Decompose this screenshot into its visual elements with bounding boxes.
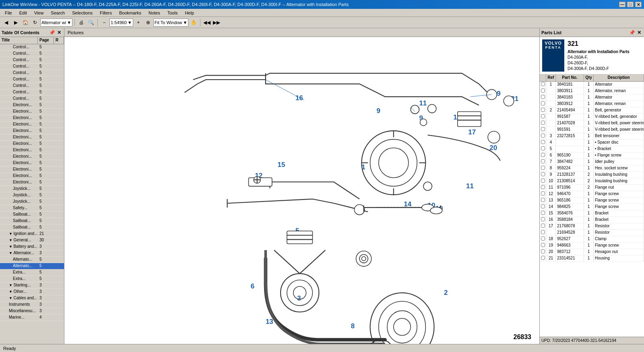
toc-row[interactable]: Electroni...5 xyxy=(0,141,64,147)
parts-row[interactable]: 38039121Alternator, reman xyxy=(540,101,644,107)
toc-row[interactable]: ▼ Starting...3 xyxy=(0,282,64,289)
parts-row[interactable]: 209837121Hexagon nut xyxy=(540,249,644,255)
parts-check[interactable] xyxy=(540,198,546,204)
toc-row[interactable]: Joystick...5 xyxy=(0,192,64,199)
toc-close-button[interactable]: ✕ xyxy=(56,29,62,36)
toc-row[interactable]: Control...5 xyxy=(0,44,64,51)
toc-row[interactable]: Joystick...5 xyxy=(0,199,64,205)
toc-row[interactable]: Electroni...5 xyxy=(0,109,64,115)
zoom-out-button[interactable]: − xyxy=(100,18,109,27)
toc-row[interactable]: Safety...5 xyxy=(0,205,64,212)
minimize-button[interactable]: — xyxy=(619,2,625,7)
toc-row[interactable]: Electroni...5 xyxy=(0,167,64,173)
toc-row[interactable]: Alternato...5 xyxy=(0,263,64,270)
parts-check[interactable] xyxy=(540,230,546,236)
toc-row[interactable]: Electroni...5 xyxy=(0,160,64,167)
toc-row[interactable]: Control...5 xyxy=(0,89,64,96)
parts-check[interactable] xyxy=(540,178,546,184)
toc-row[interactable]: Electroni...5 xyxy=(0,102,64,109)
parts-check[interactable] xyxy=(540,152,546,159)
toc-row[interactable]: Extra...5 xyxy=(0,270,64,276)
toc-row[interactable]: Miscellaneou...3 xyxy=(0,308,64,315)
parts-row[interactable]: 9915871V-ribbed belt, generator xyxy=(540,114,644,120)
zoom-icon[interactable]: ⊕ xyxy=(144,18,153,27)
parts-check[interactable] xyxy=(540,140,546,146)
parts-row[interactable]: 1535840761Bracket xyxy=(540,210,644,217)
close-button[interactable]: ✕ xyxy=(635,2,642,7)
toc-row[interactable]: ▼ General...30 xyxy=(0,237,64,244)
view-dropdown[interactable]: Alternator wi ▼ xyxy=(40,19,72,27)
parts-row[interactable]: 38039111Alternator, reman xyxy=(540,88,644,95)
zoom-in-button[interactable]: + xyxy=(134,18,143,27)
menu-item-notes[interactable]: Notes xyxy=(145,10,163,16)
parts-check[interactable] xyxy=(540,88,546,94)
parts-row[interactable]: 199486631Flange screw xyxy=(540,243,644,249)
search-button[interactable]: 🔍 xyxy=(87,18,95,27)
menu-item-tools[interactable]: Tools xyxy=(164,10,181,16)
toc-row[interactable]: Control...5 xyxy=(0,57,64,64)
toc-row[interactable]: Control...5 xyxy=(0,64,64,70)
home-button[interactable]: 🏠 xyxy=(21,18,30,27)
prev-page-button[interactable]: ◀◀ xyxy=(202,18,211,27)
menu-item-view[interactable]: View xyxy=(31,10,47,16)
menu-item-filters[interactable]: Filters xyxy=(97,10,115,16)
toc-row[interactable]: Joystick...5 xyxy=(0,186,64,192)
parts-check[interactable] xyxy=(540,146,546,152)
toc-row[interactable]: ▼ Ignition and...21 xyxy=(0,231,64,237)
parts-check[interactable] xyxy=(540,191,546,197)
toc-row[interactable]: Alternato...5 xyxy=(0,257,64,263)
toc-pin-button[interactable]: 📌 xyxy=(49,29,55,36)
toc-row[interactable]: ▼ Alternator...3 xyxy=(0,250,64,257)
toc-row[interactable]: Instruments3 xyxy=(0,302,64,308)
parts-row[interactable]: 9915911V-ribbed belt, power steering pum… xyxy=(540,127,644,133)
parts-check[interactable] xyxy=(540,107,546,113)
parts-row[interactable]: 138401811Alternator xyxy=(540,82,644,88)
parts-close-button[interactable]: ✕ xyxy=(636,29,642,36)
parts-check[interactable] xyxy=(540,223,546,229)
menu-item-help[interactable]: Help xyxy=(182,10,197,16)
menu-item-file[interactable]: File xyxy=(2,10,15,16)
pan-button[interactable]: ✋ xyxy=(189,18,198,27)
parts-row[interactable]: 2214054941Belt, generator xyxy=(540,107,644,114)
maximize-button[interactable]: □ xyxy=(627,2,634,7)
toc-row[interactable]: Electroni...5 xyxy=(0,134,64,141)
toc-row[interactable]: ▼ Battery and...3 xyxy=(0,244,64,250)
toc-row[interactable]: Control...5 xyxy=(0,83,64,89)
print-button[interactable]: 🖨 xyxy=(77,18,86,27)
parts-row[interactable]: 9213281372Insulating bushing xyxy=(540,172,644,178)
parts-row[interactable]: 139651861Flange screw xyxy=(540,198,644,204)
zoom-dropdown[interactable]: 1:54960 ▼ xyxy=(109,19,133,27)
parts-check[interactable] xyxy=(540,185,546,191)
parts-check[interactable] xyxy=(540,133,546,139)
parts-row[interactable]: 216945281Resistor xyxy=(540,230,644,236)
parts-check[interactable] xyxy=(540,255,546,261)
parts-row[interactable]: 89592241Hex. socket screw xyxy=(540,165,644,172)
toc-row[interactable]: Electroni...5 xyxy=(0,179,64,186)
toc-tree[interactable]: Control...5Control...5Control...5Control… xyxy=(0,44,64,344)
parts-check[interactable] xyxy=(540,249,546,255)
parts-check[interactable] xyxy=(540,120,546,126)
toc-row[interactable]: Electroni...5 xyxy=(0,128,64,134)
parts-check[interactable] xyxy=(540,217,546,223)
refresh-button[interactable]: ↻ xyxy=(31,18,39,27)
parts-check[interactable] xyxy=(540,95,546,101)
parts-check[interactable] xyxy=(540,210,546,216)
parts-row[interactable]: 10213085142Insulating bushing xyxy=(540,178,644,185)
parts-row[interactable]: 69651901• Flange screw xyxy=(540,152,644,159)
toc-row[interactable]: ▼ Cables and...3 xyxy=(0,295,64,302)
toc-row[interactable]: Electroni...5 xyxy=(0,121,64,128)
toc-row[interactable]: Sailboat...5 xyxy=(0,224,64,231)
toc-row[interactable]: Extra...5 xyxy=(0,276,64,282)
parts-row[interactable]: 1635881841Bracket xyxy=(540,217,644,223)
parts-pin-button[interactable]: 📌 xyxy=(629,29,635,36)
parts-row[interactable]: 51• Bracket xyxy=(540,146,644,152)
parts-row[interactable]: 149848251Flange screw xyxy=(540,204,644,210)
parts-check[interactable] xyxy=(540,165,546,171)
parts-check[interactable] xyxy=(540,243,546,249)
parts-row[interactable]: 21233145211Housing xyxy=(540,255,644,262)
diagram-area[interactable]: 16 9 11 19 21 9 18 17 20 11 1 15 12 14 1… xyxy=(64,37,539,344)
fit-dropdown[interactable]: Fit To Window ▼ xyxy=(153,19,189,27)
parts-row[interactable]: 189526271Clamp xyxy=(540,236,644,243)
menu-item-selections[interactable]: Selections xyxy=(69,10,96,16)
toc-row[interactable]: Control...5 xyxy=(0,51,64,57)
